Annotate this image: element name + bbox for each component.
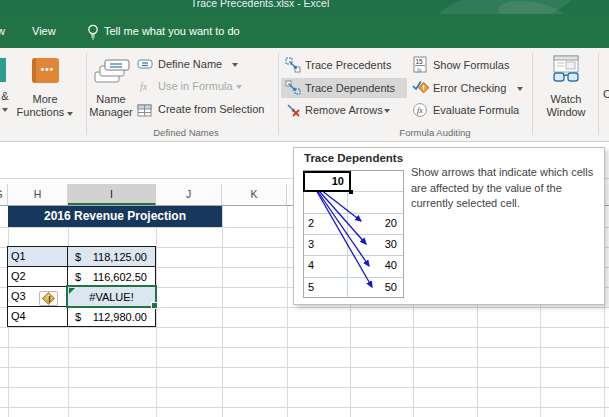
column-header-g[interactable]: G <box>0 184 8 205</box>
cell-q2-value[interactable]: $116,602.50 <box>68 267 156 287</box>
revenue-table: Q1 $118,125.00 Q2 $116,602.50 Q3 #VALUE!… <box>7 246 156 327</box>
warning-exclamation: ! <box>40 293 59 305</box>
cell-q2-label[interactable]: Q2 <box>8 267 68 287</box>
mini-cell: 40 <box>347 255 397 276</box>
cell-q1-label[interactable]: Q1 <box>8 247 68 267</box>
column-header-i-selected[interactable]: I <box>68 184 156 205</box>
mini-cell: 4 <box>308 255 314 276</box>
excel-window: Trace Precedents.xlsx - Excel w View Tel… <box>0 0 609 417</box>
mini-cell: 20 <box>347 213 397 234</box>
tooltip-description: Show arrows that indicate which cells ar… <box>411 165 606 212</box>
column-header-k[interactable]: K <box>222 184 287 205</box>
mini-selected-cell: 10 <box>303 171 351 192</box>
cell-q1-value[interactable]: $118,125.00 <box>68 247 156 267</box>
cell-q4-value[interactable]: $112,980.00 <box>68 307 156 327</box>
mini-cell: 50 <box>347 277 397 298</box>
mini-cell: 5 <box>308 277 314 298</box>
table-row: Q4 $112,980.00 <box>8 307 156 327</box>
cell-q3-value-error[interactable]: #VALUE! <box>68 287 156 307</box>
table-row: Q2 $116,602.50 <box>8 267 156 287</box>
column-header-h[interactable]: H <box>8 184 68 205</box>
table-row: Q1 $118,125.00 <box>8 247 156 267</box>
tooltip-mini-sheet: 10 2 20 3 30 4 40 5 50 <box>303 170 404 298</box>
mini-fill-handle <box>349 190 353 194</box>
trace-dependents-tooltip: Trace Dependents Show arrows that indica… <box>293 147 605 305</box>
column-header-j[interactable]: J <box>156 184 222 205</box>
tooltip-title: Trace Dependents <box>304 152 403 164</box>
mini-cell: 2 <box>308 213 314 234</box>
error-options-button[interactable]: ! <box>39 291 58 306</box>
mini-cell: 30 <box>347 234 397 255</box>
cell-q3-label[interactable]: Q3 <box>8 287 68 307</box>
table-row: Q3 #VALUE! <box>8 287 156 307</box>
cell-q4-label[interactable]: Q4 <box>8 307 68 327</box>
mini-cell: 3 <box>308 234 314 255</box>
sheet-banner[interactable]: 2016 Revenue Projection <box>8 206 222 227</box>
